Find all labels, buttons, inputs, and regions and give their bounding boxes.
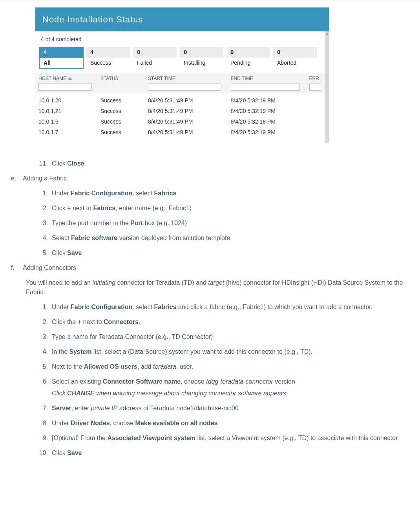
scroll-up-arrow-icon[interactable]: ▲ [325, 31, 329, 35]
step-text: Type a name for Teradata Connector (e.g.… [52, 332, 406, 342]
completed-count-text: 4 of 4 completed [35, 31, 325, 47]
step-number: 2. [38, 317, 52, 327]
step-text: In the System list, select a (Data Sourc… [52, 347, 406, 357]
step-number: 6. [38, 377, 52, 398]
filter-aborted[interactable]: 0Aborted [273, 47, 317, 69]
filter-installing[interactable]: 0Installing [179, 47, 224, 69]
step-number: 1. [38, 189, 52, 198]
step-11: 11. Click Close [38, 159, 406, 168]
cell-end: 8/4/20 5:32:19 PM [228, 106, 306, 116]
table-row[interactable]: 10.0.1.20Success8/4/20 5:31:49 PM8/4/20 … [35, 93, 325, 106]
install-results-table: HOST NAME STATUS START TIME [35, 73, 325, 138]
filter-label: Success [86, 58, 130, 68]
filter-count: 0 [226, 47, 270, 58]
step: 9.[Optional] From the Associated Viewpoi… [38, 433, 406, 443]
cell-status: Success [97, 93, 145, 106]
filter-failed[interactable]: 0Failed [133, 47, 177, 69]
step-sub-note: Click CHANGE when warning message about … [52, 389, 406, 398]
section-f: f. Adding Connectors [11, 263, 406, 273]
cell-host: 10.0.1.21 [35, 106, 97, 116]
col-header-start[interactable]: START TIME [145, 73, 228, 93]
step-text: Server, enter private IP address of Tera… [52, 404, 406, 413]
step-text: Select Fabric software version deployed … [52, 233, 406, 243]
step-number: 9. [38, 433, 52, 443]
cell-start: 8/4/20 5:31:49 PM [145, 106, 228, 116]
step-number: 5. [38, 362, 52, 371]
step-number: 1. [38, 302, 52, 312]
step-text: Under Driver Nodes, choose Make availabl… [52, 419, 406, 428]
filter-input-end[interactable] [231, 84, 300, 91]
table-body: 10.0.1.20Success8/4/20 5:31:49 PM8/4/20 … [35, 93, 325, 138]
step-text: Type the port number in the Port box (e.… [52, 218, 406, 228]
panel-title: Node Installation Status [35, 7, 329, 31]
step: 5.Next to the Allowed OS users, add tera… [38, 362, 406, 371]
filter-count: 4 [40, 47, 83, 58]
cell-status: Success [97, 116, 145, 127]
col-header-start-label: START TIME [148, 75, 225, 82]
node-install-status-panel: Node Installation Status ▲ 4 of 4 comple… [35, 7, 329, 143]
cell-host: 10.0.1.6 [35, 116, 97, 127]
cell-err [306, 127, 325, 138]
step: 4.Select Fabric software version deploye… [38, 233, 406, 243]
step-number: 8. [38, 419, 52, 428]
filter-input-host[interactable] [38, 84, 92, 91]
table-row[interactable]: 10.0.1.21Success8/4/20 5:31:49 PM8/4/20 … [35, 106, 325, 116]
filter-input-err[interactable] [309, 84, 321, 91]
step: 3.Type the port number in the Port box (… [38, 218, 406, 228]
col-header-status-label: STATUS [100, 76, 119, 81]
step-text: [Optional] From the Associated Viewpoint… [52, 433, 406, 443]
section-title: Adding Connectors [23, 263, 406, 273]
step-number: 5. [38, 248, 52, 258]
col-header-host[interactable]: HOST NAME [35, 73, 97, 93]
step-number: 4. [38, 233, 52, 243]
filter-label: Installing [180, 58, 223, 68]
filter-label: Aborted [273, 58, 317, 68]
step-text: Click the + next to Connectors. [52, 317, 406, 327]
step-number: 3. [38, 218, 52, 228]
step-text: Next to the Allowed OS users, add terada… [52, 362, 406, 371]
cell-start: 8/4/20 5:31:49 PM [145, 93, 228, 106]
filter-success[interactable]: 4Success [86, 47, 130, 69]
step-text: Click Save [52, 448, 406, 458]
section-e: e. Adding a Fabric [11, 174, 406, 183]
filter-input-start[interactable] [148, 84, 221, 91]
table-row[interactable]: 10.0.1.7Success8/4/20 5:31:49 PM8/4/20 5… [35, 127, 325, 138]
col-header-end-label: END TIME [231, 75, 303, 82]
step-number: 11. [38, 159, 52, 168]
step-text: Click Save [52, 248, 406, 258]
cell-err [306, 93, 325, 106]
cell-host: 10.0.1.20 [35, 93, 97, 106]
step-number: 3. [38, 332, 52, 342]
col-header-err-label: ERR [309, 75, 322, 82]
cell-end: 8/4/20 5:32:19 PM [228, 127, 306, 138]
cell-start: 8/4/20 5:31:49 PM [145, 116, 228, 127]
step-text: Select an existing Connector Software na… [52, 377, 406, 398]
cell-end: 8/4/20 5:32:18 PM [228, 116, 306, 127]
filter-count: 0 [180, 47, 223, 58]
cell-err [306, 106, 325, 116]
filter-label: Failed [133, 58, 177, 68]
section-marker: e. [11, 174, 23, 183]
cell-status: Success [97, 106, 145, 116]
section-title: Adding a Fabric [23, 174, 406, 183]
filter-all[interactable]: 4All [39, 47, 84, 69]
step: 1.Under Fabric Configuration, select Fab… [38, 189, 406, 198]
col-header-end[interactable]: END TIME [228, 73, 306, 93]
col-header-status[interactable]: STATUS [97, 73, 145, 93]
step: 2.Click the + next to Connectors. [38, 317, 406, 327]
scrollbar[interactable]: ▲ [325, 31, 329, 143]
step: 8.Under Driver Nodes, choose Make availa… [38, 419, 406, 428]
col-header-err[interactable]: ERR [306, 73, 325, 93]
cell-host: 10.0.1.7 [35, 127, 97, 138]
cell-end: 8/4/20 5:32:19 PM [228, 93, 306, 106]
status-filters: 4All4Success0Failed0Installing0Pending0A… [35, 47, 325, 73]
sort-asc-icon[interactable] [68, 77, 72, 80]
filter-pending[interactable]: 0Pending [226, 47, 270, 69]
step: 5.Click Save [38, 248, 406, 258]
filter-count: 4 [86, 47, 130, 58]
step: 1.Under Fabric Configuration, select Fab… [38, 302, 406, 312]
filter-count: 0 [133, 47, 177, 58]
step: 3.Type a name for Teradata Connector (e.… [38, 332, 406, 342]
col-header-host-label: HOST NAME [38, 75, 66, 82]
table-row[interactable]: 10.0.1.6Success8/4/20 5:31:49 PM8/4/20 5… [35, 116, 325, 127]
